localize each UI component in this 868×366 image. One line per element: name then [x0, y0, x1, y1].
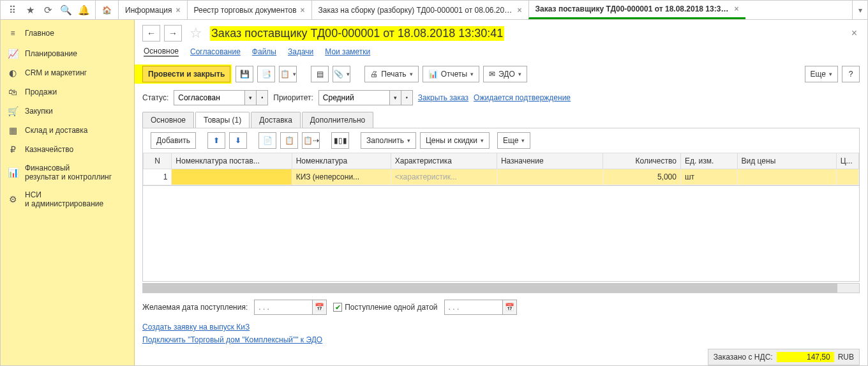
copy-button[interactable]: 📄: [258, 132, 276, 149]
date-field[interactable]: [255, 300, 312, 314]
tab-home[interactable]: 🏠: [95, 1, 118, 19]
sidebar-item-finance[interactable]: 📊Финансовый результат и контроллинг: [1, 159, 134, 186]
grid-more-button[interactable]: Еще▾: [497, 132, 530, 149]
close-button[interactable]: ×: [849, 25, 860, 42]
create-kiz-link[interactable]: Создать заявку на выпуск КиЗ: [142, 323, 860, 332]
sidebar-item-main[interactable]: Главное: [25, 24, 134, 42]
col-price[interactable]: Ц...: [836, 153, 858, 169]
close-icon[interactable]: ×: [176, 6, 180, 15]
cell-assign[interactable]: [497, 169, 602, 185]
sidebar-item-purchases[interactable]: 🛒Закупки: [1, 102, 134, 121]
apps-icon[interactable]: ⠿: [3, 1, 21, 19]
subtab-files[interactable]: Файлы: [252, 47, 276, 56]
cell-qty[interactable]: 5,000: [603, 169, 681, 185]
col-char[interactable]: Характеристика: [391, 153, 497, 169]
doctab-delivery[interactable]: Доставка: [251, 112, 301, 128]
sidebar-item-planning[interactable]: 📈Планирование: [1, 44, 134, 63]
subtab-main[interactable]: Основное: [144, 47, 179, 57]
table-row[interactable]: 1 КИЗ (неперсони... <характеристик... 5,…: [144, 169, 859, 185]
more-button[interactable]: Еще▾: [805, 66, 838, 82]
help-button[interactable]: ?: [842, 66, 860, 82]
chevron-down-icon[interactable]: ▾: [244, 91, 256, 105]
priority-input[interactable]: [319, 91, 389, 105]
status-input[interactable]: [174, 91, 244, 105]
create-based-button[interactable]: 📋▾: [279, 66, 297, 82]
cell-supplier-nom[interactable]: [172, 169, 292, 185]
cell-char[interactable]: <характеристик...: [391, 169, 497, 185]
tab-assembly[interactable]: Заказ на сборку (разборку) ТД00-000001 о…: [311, 1, 528, 19]
bell-icon[interactable]: 🔔: [75, 1, 93, 19]
history-icon[interactable]: ⟳: [39, 1, 57, 19]
edo-button[interactable]: ✉ ЭДО▾: [483, 66, 527, 82]
scrollbar-thumb[interactable]: [143, 284, 837, 293]
sidebar-item-crm[interactable]: ◐CRM и маркетинг: [1, 63, 134, 82]
cell-price[interactable]: [836, 169, 858, 185]
sidebar-item-treasury[interactable]: ₽Казначейство: [1, 140, 134, 159]
paste-button[interactable]: 📋: [280, 132, 298, 149]
cell-uom[interactable]: шт: [680, 169, 737, 185]
move-down-button[interactable]: ⬇: [229, 132, 247, 149]
close-order-link[interactable]: Закрыть заказ: [418, 93, 468, 102]
post-button[interactable]: 📑: [257, 66, 275, 82]
subtab-tasks[interactable]: Задачи: [288, 47, 313, 56]
priority-combo[interactable]: ▾ •: [318, 90, 413, 105]
col-qty[interactable]: Количество: [603, 153, 681, 169]
col-n[interactable]: N: [144, 153, 172, 169]
status-extra-icon[interactable]: •: [256, 91, 267, 105]
cell-price-type[interactable]: [737, 169, 836, 185]
structure-button[interactable]: ▤: [311, 66, 329, 82]
prices-button[interactable]: Цены и скидки▾: [420, 132, 490, 149]
fill-button[interactable]: Заполнить▾: [361, 132, 416, 149]
forward-button[interactable]: →: [164, 25, 182, 42]
close-icon[interactable]: ×: [735, 4, 739, 13]
post-close-button[interactable]: Провести и закрыть: [142, 66, 230, 82]
subtab-notes[interactable]: Мои заметки: [325, 47, 370, 56]
favorite-icon[interactable]: ★: [21, 1, 39, 19]
bars-icon: 📊: [7, 167, 19, 178]
doctab-main[interactable]: Основное: [142, 112, 194, 128]
calendar-icon[interactable]: 📅: [312, 300, 326, 314]
back-button[interactable]: ←: [142, 25, 160, 42]
wanted-date-input[interactable]: 📅: [254, 300, 327, 315]
paste-special-button[interactable]: 📋⇢: [302, 132, 320, 149]
cell-n[interactable]: 1: [144, 169, 172, 185]
priority-extra-icon[interactable]: •: [401, 91, 412, 105]
horizontal-scrollbar[interactable]: [142, 283, 860, 293]
connect-edo-link[interactable]: Подключить "Торговый дом "Комплексный"" …: [142, 335, 860, 344]
barcode-button[interactable]: ▮▯▮: [331, 132, 349, 149]
subtab-approval[interactable]: Согласование: [190, 47, 241, 56]
col-nom[interactable]: Номенклатура: [292, 153, 391, 169]
sidebar-item-admin[interactable]: ⚙НСИ и администрирование: [1, 186, 134, 213]
close-icon[interactable]: ×: [518, 6, 522, 15]
single-date-input[interactable]: 📅: [444, 300, 517, 315]
sidebar-item-sales[interactable]: 🛍Продажи: [1, 82, 134, 102]
chevron-down-icon[interactable]: ▾: [389, 91, 401, 105]
close-icon[interactable]: ×: [301, 6, 305, 15]
calendar-icon[interactable]: 📅: [502, 300, 516, 314]
tab-info[interactable]: Информация×: [118, 1, 187, 19]
print-button[interactable]: 🖨 Печать▾: [364, 66, 418, 82]
date-field[interactable]: [445, 300, 502, 314]
move-up-button[interactable]: ⬆: [207, 132, 225, 149]
col-supplier-nom[interactable]: Номенклатура постав...: [172, 153, 292, 169]
reports-button[interactable]: 📊 Отчеты▾: [423, 66, 479, 82]
col-assign[interactable]: Назначение: [497, 153, 602, 169]
single-date-checkbox[interactable]: ✔ Поступление одной датой: [333, 303, 437, 312]
add-button[interactable]: Добавить: [151, 132, 196, 149]
sidebar-item-warehouse[interactable]: ▦Склад и доставка: [1, 121, 134, 140]
cell-nom[interactable]: КИЗ (неперсони...: [292, 169, 391, 185]
status-combo[interactable]: ▾ •: [174, 90, 268, 105]
attachments-button[interactable]: 📎▾: [333, 66, 350, 82]
add-tab-button[interactable]: ▾: [852, 1, 867, 19]
awaiting-link[interactable]: Ожидается подтверждение: [474, 93, 571, 102]
col-price-type[interactable]: Вид цены: [737, 153, 836, 169]
search-icon[interactable]: 🔍: [57, 1, 75, 19]
doctab-goods[interactable]: Товары (1): [195, 112, 250, 128]
menu-toggle-icon[interactable]: ≡: [3, 24, 22, 43]
col-uom[interactable]: Ед. изм.: [680, 153, 737, 169]
star-icon[interactable]: ☆: [190, 25, 202, 42]
tab-registry[interactable]: Реестр торговых документов×: [187, 1, 311, 19]
doctab-extra[interactable]: Дополнительно: [302, 112, 373, 128]
save-button[interactable]: 💾: [236, 66, 253, 82]
tab-order[interactable]: Заказ поставщику ТД00-000001 от 18.08.20…: [528, 1, 745, 19]
